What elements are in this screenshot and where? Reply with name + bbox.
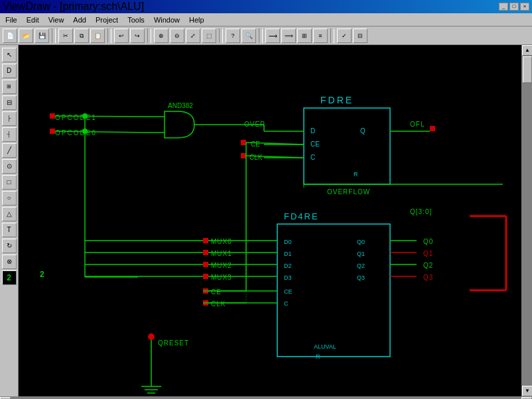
svg-text:Q3: Q3 [423, 274, 433, 281]
tb-zoom-fit[interactable]: ⤢ [186, 28, 200, 43]
tb-sep6 [330, 28, 334, 43]
tb-netlist[interactable]: ⊟ [353, 28, 367, 43]
tool-select[interactable]: ↖ [2, 48, 17, 62]
menu-edit[interactable]: Edit [23, 15, 43, 25]
title-bar: ViewDraw - [primary:sch\ALU] _ □ × [0, 0, 532, 13]
svg-text:CLK: CLK [211, 300, 226, 308]
tb-copy[interactable]: ⧉ [74, 28, 89, 43]
tb-help[interactable]: ? [226, 28, 240, 43]
tb-save[interactable]: 💾 [34, 28, 49, 43]
tool-wire[interactable]: ├ [2, 111, 17, 126]
menu-project[interactable]: Project [92, 15, 122, 25]
right-scrollbar: ▲ ▼ [521, 45, 532, 396]
tb-add-wire[interactable]: ⟶ [265, 28, 280, 43]
menu-window[interactable]: Window [150, 15, 184, 25]
svg-text:Q0: Q0 [423, 238, 433, 245]
tool-rotate[interactable]: ↻ [2, 239, 17, 253]
svg-text:CE: CE [310, 141, 320, 148]
main-area: ↖ D ⊞ ⊟ ├ ┤ ╱ ⊙ □ ○ △ T ↻ ⊗ 2 [0, 45, 532, 396]
tb-undo[interactable]: ↩ [114, 28, 129, 43]
toolbar: 📄 📂 💾 ✂ ⧉ 📋 ↩ ↪ ⊕ ⊖ ⤢ ⬚ ? 🔍 ⟶ ⟹ ⊞ ≡ ✓ ⊟ [0, 27, 532, 45]
tb-zoom-out[interactable]: ⊖ [170, 28, 184, 43]
svg-text:Q[3:0]: Q[3:0] [410, 208, 432, 215]
scroll-up-button[interactable]: ▲ [522, 45, 532, 56]
close-button[interactable]: × [520, 3, 529, 11]
svg-text:D2: D2 [284, 262, 292, 269]
svg-text:OFL: OFL [410, 121, 425, 128]
tb-add-comp[interactable]: ⊞ [297, 28, 312, 43]
svg-rect-60 [203, 262, 208, 267]
tb-add-bus[interactable]: ⟹ [281, 28, 296, 43]
tb-zoom-box[interactable]: ⬚ [202, 28, 216, 43]
minimize-button[interactable]: _ [499, 3, 508, 11]
menu-help[interactable]: Help [185, 15, 208, 25]
svg-text:2: 2 [40, 270, 44, 279]
tb-open[interactable]: 📂 [19, 28, 33, 43]
svg-text:OPCODE1: OPCODE1 [55, 114, 97, 121]
menu-bar: File Edit View Add Project Tools Window … [0, 13, 532, 27]
tb-cut[interactable]: ✂ [58, 28, 73, 43]
schematic-svg: AND382 OPCODE1 OPCODE0 FDRE D CE C [19, 45, 521, 396]
scroll-thumb-vertical[interactable] [523, 56, 532, 83]
svg-text:R: R [316, 353, 320, 360]
left-toolbar: ↖ D ⊞ ⊟ ├ ┤ ╱ ⊙ □ ○ △ T ↻ ⊗ 2 [0, 45, 19, 396]
svg-text:C: C [310, 154, 315, 161]
svg-line-7 [55, 116, 148, 117]
svg-text:Q1: Q1 [357, 251, 365, 257]
svg-rect-0 [19, 45, 521, 396]
tb-zoom-in[interactable]: ⊕ [154, 28, 168, 43]
svg-text:MUX1: MUX1 [211, 250, 232, 257]
svg-point-83 [82, 129, 88, 134]
svg-text:FDRE: FDRE [320, 95, 354, 105]
maximize-button[interactable]: □ [509, 3, 519, 11]
tool-add-comp[interactable]: ⊞ [2, 80, 17, 94]
svg-text:Q0: Q0 [357, 239, 365, 245]
svg-text:OVERFLOW: OVERFLOW [327, 188, 370, 196]
tool-polygon[interactable]: △ [2, 207, 17, 221]
scroll-track-vertical[interactable] [522, 56, 532, 386]
tb-sep3 [147, 28, 151, 43]
svg-text:MUX0: MUX0 [211, 238, 232, 245]
svg-rect-63 [203, 274, 208, 279]
svg-text:C: C [284, 300, 289, 307]
tool-text[interactable]: T [2, 223, 17, 237]
tb-add-net[interactable]: ≡ [313, 28, 328, 43]
svg-point-82 [82, 113, 88, 119]
tb-new[interactable]: 📄 [3, 28, 17, 43]
tool-number: 2 [2, 270, 17, 285]
svg-text:R: R [354, 171, 358, 178]
svg-point-85 [148, 333, 155, 340]
tool-bus[interactable]: ┤ [2, 127, 17, 142]
tb-search[interactable]: 🔍 [241, 28, 256, 43]
svg-text:D1: D1 [284, 251, 292, 257]
tool-delete[interactable]: ⊟ [2, 95, 17, 110]
canvas-area[interactable]: AND382 OPCODE1 OPCODE0 FDRE D CE C [19, 45, 521, 396]
svg-rect-54 [203, 238, 208, 243]
svg-text:D3: D3 [284, 274, 292, 281]
menu-view[interactable]: View [44, 15, 68, 25]
tool-rect[interactable]: □ [2, 175, 17, 190]
menu-tools[interactable]: Tools [123, 15, 149, 25]
tool-mirror[interactable]: ⊗ [2, 255, 17, 269]
svg-rect-57 [203, 250, 208, 255]
tb-redo[interactable]: ↪ [130, 28, 145, 43]
tool-circle[interactable]: ○ [2, 191, 17, 205]
svg-text:Q1: Q1 [423, 250, 433, 257]
tb-check[interactable]: ✓ [337, 28, 352, 43]
tool-junction[interactable]: ⊙ [2, 159, 17, 174]
tb-sep2 [107, 28, 111, 43]
svg-rect-32 [430, 126, 435, 131]
tool-draw[interactable]: D [2, 64, 17, 78]
svg-text:MUX3: MUX3 [211, 274, 232, 281]
tool-line[interactable]: ╱ [2, 143, 17, 158]
tb-sep5 [259, 28, 263, 43]
menu-add[interactable]: Add [69, 15, 90, 25]
scroll-down-button[interactable]: ▼ [522, 386, 532, 396]
svg-rect-22 [241, 153, 246, 158]
tb-sep4 [219, 28, 223, 43]
menu-file[interactable]: File [1, 15, 21, 25]
title-bar-text: ViewDraw - [primary:sch\ALU] [3, 1, 144, 13]
svg-text:FD4RE: FD4RE [284, 211, 319, 221]
svg-text:D0: D0 [284, 239, 292, 245]
tb-paste[interactable]: 📋 [90, 28, 105, 43]
